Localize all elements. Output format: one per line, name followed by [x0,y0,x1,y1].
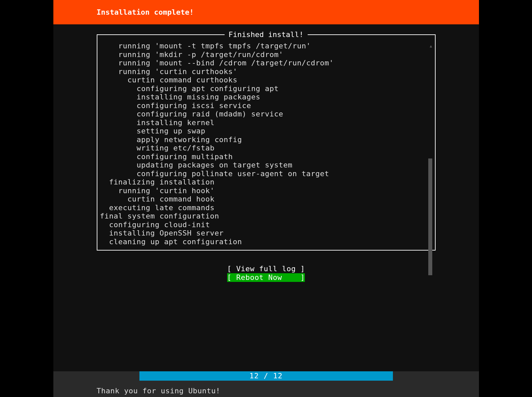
log-line: final system configuration [100,212,432,221]
scrollbar-thumb[interactable] [428,158,432,275]
log-line: apply networking config [100,135,432,144]
log-line: writing etc/fstab [100,144,432,152]
log-line: configuring cloud-init [100,221,432,229]
log-line: curtin command curthooks [100,76,432,84]
scroll-up-arrow-icon[interactable]: ▲ [430,44,432,48]
log-line: running 'mount -t tmpfs tmpfs /target/ru… [100,42,432,50]
log-line: configuring apt configuring apt [100,84,432,93]
log-line: running 'curtin hook' [100,186,432,195]
frame-title: Finished install! [224,30,308,39]
install-log-frame: Finished install! running 'mount -t tmpf… [97,34,436,251]
progress-bar: 12 / 12 [139,371,393,381]
log-line: running 'mkdir -p /target/run/cdrom' [100,50,432,59]
log-line: installing OpenSSH server [100,229,432,238]
log-line: curtin command hook [100,195,432,204]
progress-text: 12 / 12 [249,372,283,380]
header-title: Installation complete! [97,8,194,16]
log-line: running 'curtin curthooks' [100,67,432,76]
footer-message: Thank you for using Ubuntu! [53,381,479,395]
view-full-log-button[interactable]: [ View full log ] [227,265,305,273]
scroll-down-arrow-icon[interactable]: ▼ [430,239,432,243]
reboot-now-button[interactable]: [ Reboot Now ] [227,273,305,282]
log-content: running 'mount -t tmpfs tmpfs /target/ru… [100,42,432,246]
log-line: installing missing packages [100,93,432,101]
log-line: updating packages on target system [100,161,432,169]
log-line: installing kernel [100,118,432,127]
log-line: configuring multipath [100,152,432,161]
log-line: setting up swap [100,127,432,135]
log-line: executing late commands [100,204,432,212]
header-banner: Installation complete! [53,0,479,24]
log-line: configuring iscsi service [100,101,432,110]
log-line: configuring pollinate user-agent on targ… [100,169,432,178]
footer-section: 12 / 12 Thank you for using Ubuntu! [53,371,479,397]
log-line: cleaning up apt configuration [100,238,432,246]
log-line: configuring raid (mdadm) service [100,110,432,118]
button-area: [ View full log ] [ Reboot Now ] [97,265,436,282]
log-line: running 'mount --bind /cdrom /target/run… [100,59,432,67]
log-line: finalizing installation [100,178,432,186]
